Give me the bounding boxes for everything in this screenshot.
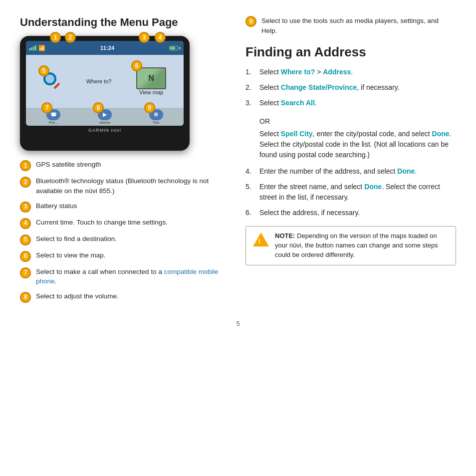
step-num-1: 1. bbox=[245, 67, 256, 77]
finding-address-title: Finding an Address bbox=[245, 44, 456, 60]
bar2 bbox=[31, 47, 32, 50]
num-circle-9-right: 9 bbox=[245, 16, 256, 27]
screen-content: 5 Where to? 6 bbox=[26, 55, 184, 108]
device-wrapper: 1 2 3 4 📶 bbox=[20, 36, 230, 151]
signal-bars bbox=[29, 45, 36, 50]
screen-top-left: 📶 bbox=[29, 45, 45, 51]
or-block: OR Select Spell City, enter the city/pos… bbox=[259, 116, 456, 160]
screen-center-col: Where to? bbox=[86, 78, 112, 84]
item-text-2: Bluetooth® technology status (Bluetooth … bbox=[36, 176, 230, 196]
screen-bottom-bar: 7 ☎ Fre... 8 ▶ olume 9 ⚙ Too bbox=[26, 108, 184, 126]
step-text-6: Select the address, if necessary. bbox=[259, 208, 456, 218]
step-2: 2. Select Change State/Province, if nece… bbox=[245, 82, 456, 93]
list-item-1: 1 GPS satellite strength bbox=[20, 160, 230, 171]
view-map-label: View map bbox=[136, 89, 166, 95]
item-9-block: 9 Select to use the tools such as media … bbox=[245, 16, 456, 35]
where-to-highlight: Where to? bbox=[281, 68, 315, 76]
bottom-label-8: olume bbox=[99, 120, 110, 125]
device-screen: 📶 11:24 5 bbox=[26, 41, 184, 126]
search-all-highlight: Search All bbox=[281, 99, 315, 107]
garmin-device: 1 2 3 4 📶 bbox=[20, 36, 190, 151]
num-circle-1: 1 bbox=[20, 160, 31, 171]
screen-time: 11:24 bbox=[100, 45, 114, 51]
step-num-2: 2. bbox=[245, 82, 256, 93]
or-label: OR bbox=[259, 116, 456, 127]
item-text-7: Select to make a call when connected to … bbox=[36, 267, 230, 286]
screen-top-bar: 📶 11:24 bbox=[26, 41, 184, 55]
step-text-2: Select Change State/Province, if necessa… bbox=[259, 82, 456, 93]
note-box: NOTE: Depending on the version of the ma… bbox=[245, 226, 456, 265]
bottom-item-8-wrap: 8 ▶ olume bbox=[98, 109, 112, 125]
steps-list-2: 4. Enter the number of the address, and … bbox=[245, 166, 456, 218]
num-circle-2: 2 bbox=[20, 177, 31, 188]
num-circle-8: 8 bbox=[20, 292, 31, 303]
map-n-label: N bbox=[148, 74, 154, 83]
step-text-5: Enter the street name, and select Done. … bbox=[259, 182, 456, 203]
step-3: 3. Select Search All. bbox=[245, 98, 456, 108]
item-text-3: Battery status bbox=[36, 201, 77, 211]
bar4 bbox=[35, 45, 36, 50]
step-4: 4. Enter the number of the address, and … bbox=[245, 166, 456, 177]
badge-8: 8 bbox=[93, 102, 104, 113]
right-column: 9 Select to use the tools such as media … bbox=[245, 16, 456, 308]
done-highlight-3: Done bbox=[364, 183, 382, 191]
address-highlight: Address bbox=[323, 68, 351, 76]
step-num-6: 6. bbox=[245, 208, 256, 218]
change-state-highlight: Change State/Province bbox=[281, 83, 357, 91]
bottom-item-7-wrap: 7 ☎ Fre... bbox=[46, 109, 60, 125]
step-num-4: 4. bbox=[245, 166, 256, 177]
compatible-phone-link[interactable]: compatible mobile phone bbox=[36, 268, 218, 285]
list-item-2: 2 Bluetooth® technology status (Bluetoot… bbox=[20, 176, 230, 196]
steps-list: 1. Select Where to? > Address. 2. Select… bbox=[245, 67, 456, 108]
note-label: NOTE: bbox=[275, 232, 295, 239]
step-6: 6. Select the address, if necessary. bbox=[245, 208, 456, 218]
item-text-4: Current time. Touch to change time setti… bbox=[36, 218, 168, 228]
note-body: Depending on the version of the maps loa… bbox=[275, 232, 438, 258]
battery-fill bbox=[170, 47, 175, 49]
list-item-8: 8 Select to adjust the volume. bbox=[20, 291, 230, 303]
badge-9: 9 bbox=[144, 102, 155, 113]
map-thumbnail: N bbox=[136, 67, 166, 89]
wifi-icon: 📶 bbox=[38, 45, 45, 51]
bar3 bbox=[33, 46, 34, 50]
step-5: 5. Enter the street name, and select Don… bbox=[245, 182, 456, 203]
battery-body bbox=[169, 46, 178, 50]
item-text-8: Select to adjust the volume. bbox=[36, 291, 119, 301]
step-1: 1. Select Where to? > Address. bbox=[245, 67, 456, 77]
page-number: 5 bbox=[20, 320, 456, 327]
or-text: Select Spell City, enter the city/postal… bbox=[259, 129, 456, 160]
list-item-7: 7 Select to make a call when connected t… bbox=[20, 267, 230, 286]
bottom-item-9-wrap: 9 ⚙ Too bbox=[149, 109, 163, 125]
done-highlight-1: Done bbox=[432, 130, 450, 138]
magnifier-handle bbox=[53, 83, 60, 89]
list-item-6: 6 Select to view the map. bbox=[20, 250, 230, 262]
step-text-4: Enter the number of the address, and sel… bbox=[259, 166, 456, 177]
left-column: Understanding the Menu Page 1 2 3 4 bbox=[20, 16, 230, 308]
item-text-5: Select to find a destination. bbox=[36, 234, 117, 244]
list-item-3: 3 Battery status bbox=[20, 201, 230, 213]
garmin-label: GARMIN nüvi bbox=[26, 128, 184, 133]
num-circle-5: 5 bbox=[20, 235, 31, 245]
step-num-5: 5. bbox=[245, 182, 256, 192]
done-highlight-2: Done bbox=[397, 167, 415, 175]
num-circle-6: 6 bbox=[20, 251, 31, 262]
item-text-1: GPS satellite strength bbox=[36, 160, 101, 170]
item-text-9: Select to use the tools such as media pl… bbox=[261, 16, 456, 35]
bottom-label-7: Fre... bbox=[49, 120, 58, 125]
num-circle-4: 4 bbox=[20, 218, 31, 229]
battery-tip bbox=[179, 47, 181, 49]
battery-block bbox=[169, 46, 181, 50]
bar1 bbox=[29, 48, 30, 50]
where-to-label: Where to? bbox=[86, 78, 112, 84]
spell-city-highlight: Spell City bbox=[281, 130, 313, 138]
page-container: Understanding the Menu Page 1 2 3 4 bbox=[20, 16, 456, 308]
list-item-4: 4 Current time. Touch to change time set… bbox=[20, 218, 230, 229]
icon-list: 1 GPS satellite strength 2 Bluetooth® te… bbox=[20, 160, 230, 302]
num-circle-3: 3 bbox=[20, 202, 31, 213]
item-text-6: Select to view the map. bbox=[36, 250, 106, 260]
step-text-3: Select Search All. bbox=[259, 98, 456, 108]
num-circle-7: 7 bbox=[20, 267, 31, 278]
list-item-5: 5 Select to find a destination. bbox=[20, 234, 230, 245]
bottom-label-9: Too bbox=[153, 120, 159, 125]
step-num-3: 3. bbox=[245, 98, 256, 108]
